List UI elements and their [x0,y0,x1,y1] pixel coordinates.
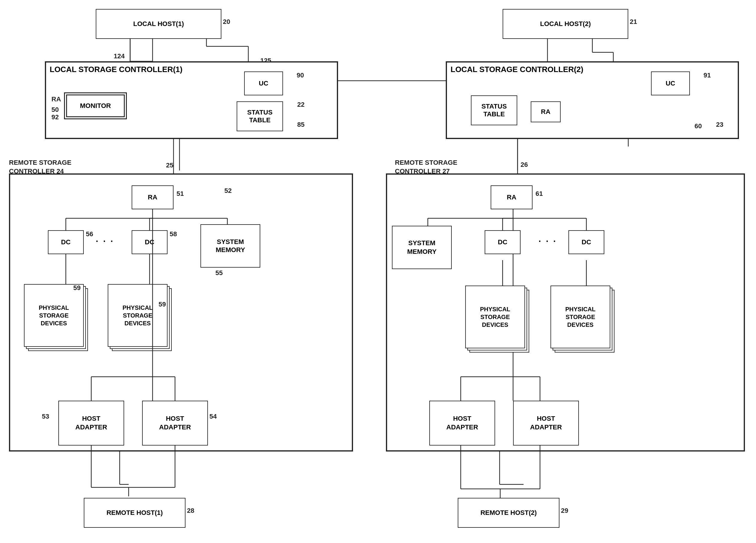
ref-20: 20 [223,18,230,26]
psd1: PHYSICALSTORAGEDEVICES [24,284,90,353]
ref-59-2: 59 [159,300,166,308]
dots-rsc24: · · · [96,236,114,247]
ref-54: 54 [209,413,217,420]
local-host-2: LOCAL HOST(2) [503,9,628,39]
dc-rsc27-2: DC [568,230,604,254]
status-table-2: STATUS TABLE [471,95,517,125]
ref-58: 58 [170,230,177,238]
sys-mem-rsc24: SYSTEM MEMORY [200,224,260,268]
local-host-1: LOCAL HOST(1) [96,9,221,39]
ref-51: 51 [177,190,184,198]
monitor: MONITOR [64,92,127,119]
ref-22: 22 [297,101,305,109]
ref-91: 91 [704,72,711,79]
uc1: UC [244,72,283,95]
ref-55: 55 [215,269,223,277]
ref-29: 29 [561,507,568,515]
ref-56: 56 [86,230,93,238]
ha3: HOST ADAPTER [429,401,495,445]
psd3: PHYSICALSTORAGEDEVICES [465,285,531,354]
ref-53: 53 [42,413,49,420]
ref-92: 92 [51,113,59,121]
dc58: DC [132,230,168,254]
dc56: DC [48,230,84,254]
ref-26: 26 [521,161,528,169]
ref-90: 90 [297,72,304,79]
dc-rsc27-1: DC [485,230,521,254]
ref-21: 21 [630,18,637,26]
psd2: PHYSICALSTORAGEDEVICES [108,284,174,353]
psd4: PHYSICALSTORAGEDEVICES [550,285,616,354]
ref-50: 50 [51,106,59,114]
sys-mem-rsc27: SYSTEM MEMORY [392,226,452,269]
ha2: HOST ADAPTER [142,401,208,445]
remote-host-2: REMOTE HOST(2) [458,498,559,528]
lsc2: LOCAL STORAGE CONTROLLER(2) UC 91 STATUS… [446,61,739,139]
ref-28: 28 [187,507,194,515]
ref-124: 124 [114,52,125,60]
ref-60: 60 [695,122,702,130]
ref-61: 61 [536,190,543,198]
ref-85: 85 [297,121,305,129]
ref-59-1: 59 [73,284,80,292]
status-table-1: STATUS TABLE [237,101,283,131]
lsc1: LOCAL STORAGE CONTROLLER(1) UC 90 RA 50 … [45,61,338,139]
dots-rsc27: · · · [539,236,557,247]
ha4: HOST ADAPTER [513,401,579,445]
uc2: UC [651,72,690,95]
rsc24-label: REMOTE STORAGE CONTROLLER 24 [9,159,72,176]
diagram: LOCAL HOST(1) 20 LOCAL HOST(2) 21 124 12… [0,0,756,543]
ref-25: 25 [166,162,173,169]
ra-lsc2: RA [531,101,561,122]
rsc27-label: REMOTE STORAGE CONTROLLER 27 [395,159,457,176]
remote-host-1: REMOTE HOST(1) [84,498,185,528]
ref-23: 23 [716,121,723,129]
ha1: HOST ADAPTER [58,401,124,445]
ra-rsc27: RA [491,185,533,209]
ra-rsc24: RA [132,185,174,209]
ra-lsc1-label: RA [51,95,61,103]
ref-52: 52 [224,187,232,195]
